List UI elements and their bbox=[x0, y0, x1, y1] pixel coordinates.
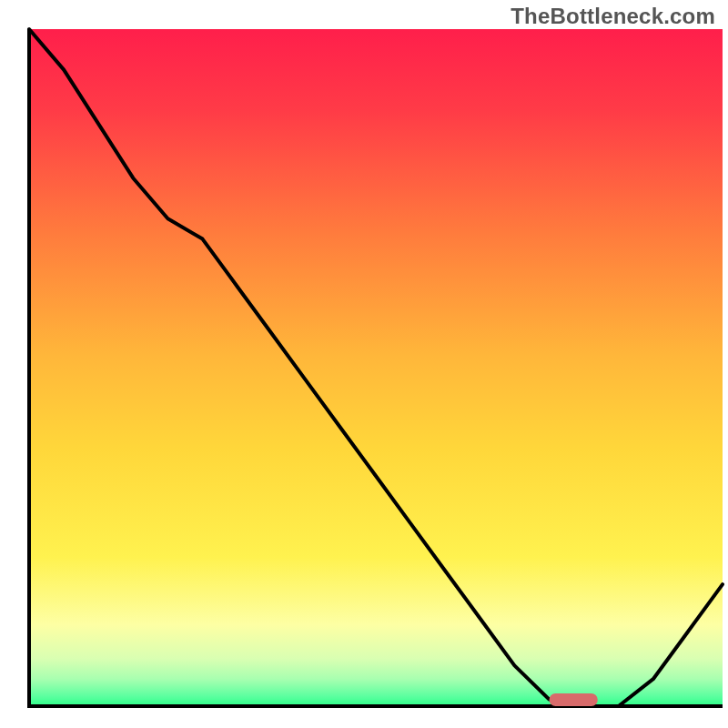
gradient-panel bbox=[29, 29, 723, 706]
optimum-marker bbox=[550, 693, 598, 706]
chart-container: TheBottleneck.com bbox=[0, 0, 728, 728]
watermark-text: TheBottleneck.com bbox=[511, 4, 715, 29]
bottleneck-curve-chart bbox=[0, 0, 728, 728]
